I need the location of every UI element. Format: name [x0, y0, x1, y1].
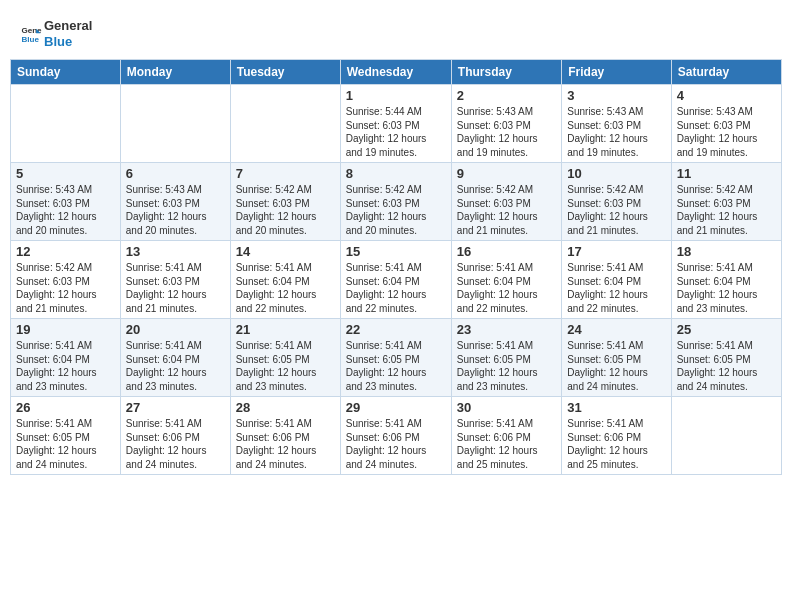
calendar-cell: 26Sunrise: 5:41 AM Sunset: 6:05 PM Dayli…: [11, 397, 121, 475]
calendar-cell: 10Sunrise: 5:42 AM Sunset: 6:03 PM Dayli…: [562, 163, 671, 241]
day-number: 25: [677, 322, 776, 337]
day-number: 31: [567, 400, 665, 415]
day-number: 14: [236, 244, 335, 259]
day-info: Sunrise: 5:41 AM Sunset: 6:05 PM Dayligh…: [567, 339, 665, 393]
day-number: 8: [346, 166, 446, 181]
day-info: Sunrise: 5:41 AM Sunset: 6:04 PM Dayligh…: [236, 261, 335, 315]
calendar-cell: 19Sunrise: 5:41 AM Sunset: 6:04 PM Dayli…: [11, 319, 121, 397]
day-number: 11: [677, 166, 776, 181]
day-info: Sunrise: 5:41 AM Sunset: 6:06 PM Dayligh…: [236, 417, 335, 471]
day-info: Sunrise: 5:41 AM Sunset: 6:04 PM Dayligh…: [457, 261, 556, 315]
day-info: Sunrise: 5:41 AM Sunset: 6:05 PM Dayligh…: [677, 339, 776, 393]
logo: General Blue GeneralBlue: [20, 18, 92, 49]
calendar-cell: 17Sunrise: 5:41 AM Sunset: 6:04 PM Dayli…: [562, 241, 671, 319]
calendar-cell: 1Sunrise: 5:44 AM Sunset: 6:03 PM Daylig…: [340, 85, 451, 163]
day-info: Sunrise: 5:42 AM Sunset: 6:03 PM Dayligh…: [567, 183, 665, 237]
day-number: 2: [457, 88, 556, 103]
day-info: Sunrise: 5:41 AM Sunset: 6:04 PM Dayligh…: [677, 261, 776, 315]
day-info: Sunrise: 5:43 AM Sunset: 6:03 PM Dayligh…: [126, 183, 225, 237]
calendar-cell: 8Sunrise: 5:42 AM Sunset: 6:03 PM Daylig…: [340, 163, 451, 241]
weekday-header-cell: Thursday: [451, 60, 561, 85]
day-number: 22: [346, 322, 446, 337]
calendar-cell: 16Sunrise: 5:41 AM Sunset: 6:04 PM Dayli…: [451, 241, 561, 319]
calendar-cell: 4Sunrise: 5:43 AM Sunset: 6:03 PM Daylig…: [671, 85, 781, 163]
day-info: Sunrise: 5:42 AM Sunset: 6:03 PM Dayligh…: [346, 183, 446, 237]
logo-text: GeneralBlue: [44, 18, 92, 49]
day-info: Sunrise: 5:43 AM Sunset: 6:03 PM Dayligh…: [457, 105, 556, 159]
day-info: Sunrise: 5:44 AM Sunset: 6:03 PM Dayligh…: [346, 105, 446, 159]
calendar-cell: 13Sunrise: 5:41 AM Sunset: 6:03 PM Dayli…: [120, 241, 230, 319]
calendar-cell: 5Sunrise: 5:43 AM Sunset: 6:03 PM Daylig…: [11, 163, 121, 241]
day-number: 15: [346, 244, 446, 259]
calendar-cell: 20Sunrise: 5:41 AM Sunset: 6:04 PM Dayli…: [120, 319, 230, 397]
weekday-header-row: SundayMondayTuesdayWednesdayThursdayFrid…: [11, 60, 782, 85]
calendar-cell: 7Sunrise: 5:42 AM Sunset: 6:03 PM Daylig…: [230, 163, 340, 241]
day-number: 3: [567, 88, 665, 103]
weekday-header-cell: Monday: [120, 60, 230, 85]
day-info: Sunrise: 5:42 AM Sunset: 6:03 PM Dayligh…: [457, 183, 556, 237]
day-number: 23: [457, 322, 556, 337]
day-info: Sunrise: 5:43 AM Sunset: 6:03 PM Dayligh…: [16, 183, 115, 237]
calendar-cell: 27Sunrise: 5:41 AM Sunset: 6:06 PM Dayli…: [120, 397, 230, 475]
weekday-header-cell: Friday: [562, 60, 671, 85]
calendar-body: 1Sunrise: 5:44 AM Sunset: 6:03 PM Daylig…: [11, 85, 782, 475]
day-info: Sunrise: 5:43 AM Sunset: 6:03 PM Dayligh…: [677, 105, 776, 159]
calendar-week-row: 12Sunrise: 5:42 AM Sunset: 6:03 PM Dayli…: [11, 241, 782, 319]
day-number: 30: [457, 400, 556, 415]
day-info: Sunrise: 5:41 AM Sunset: 6:04 PM Dayligh…: [567, 261, 665, 315]
day-info: Sunrise: 5:41 AM Sunset: 6:06 PM Dayligh…: [126, 417, 225, 471]
day-number: 7: [236, 166, 335, 181]
day-number: 12: [16, 244, 115, 259]
day-number: 17: [567, 244, 665, 259]
day-info: Sunrise: 5:41 AM Sunset: 6:05 PM Dayligh…: [457, 339, 556, 393]
day-info: Sunrise: 5:42 AM Sunset: 6:03 PM Dayligh…: [236, 183, 335, 237]
day-info: Sunrise: 5:43 AM Sunset: 6:03 PM Dayligh…: [567, 105, 665, 159]
calendar-cell: 3Sunrise: 5:43 AM Sunset: 6:03 PM Daylig…: [562, 85, 671, 163]
calendar-cell: [11, 85, 121, 163]
day-number: 20: [126, 322, 225, 337]
day-number: 1: [346, 88, 446, 103]
weekday-header-cell: Sunday: [11, 60, 121, 85]
calendar-cell: [120, 85, 230, 163]
day-number: 26: [16, 400, 115, 415]
calendar-cell: [671, 397, 781, 475]
calendar-cell: 2Sunrise: 5:43 AM Sunset: 6:03 PM Daylig…: [451, 85, 561, 163]
day-number: 27: [126, 400, 225, 415]
day-number: 16: [457, 244, 556, 259]
day-number: 13: [126, 244, 225, 259]
day-number: 6: [126, 166, 225, 181]
calendar-cell: 12Sunrise: 5:42 AM Sunset: 6:03 PM Dayli…: [11, 241, 121, 319]
calendar-cell: 31Sunrise: 5:41 AM Sunset: 6:06 PM Dayli…: [562, 397, 671, 475]
day-info: Sunrise: 5:42 AM Sunset: 6:03 PM Dayligh…: [677, 183, 776, 237]
day-info: Sunrise: 5:41 AM Sunset: 6:05 PM Dayligh…: [236, 339, 335, 393]
svg-text:Blue: Blue: [21, 35, 39, 44]
day-info: Sunrise: 5:41 AM Sunset: 6:05 PM Dayligh…: [16, 417, 115, 471]
calendar-cell: 22Sunrise: 5:41 AM Sunset: 6:05 PM Dayli…: [340, 319, 451, 397]
weekday-header-cell: Saturday: [671, 60, 781, 85]
page-header: General Blue GeneralBlue: [10, 10, 782, 53]
day-info: Sunrise: 5:41 AM Sunset: 6:06 PM Dayligh…: [346, 417, 446, 471]
day-info: Sunrise: 5:41 AM Sunset: 6:04 PM Dayligh…: [346, 261, 446, 315]
calendar-cell: 28Sunrise: 5:41 AM Sunset: 6:06 PM Dayli…: [230, 397, 340, 475]
day-info: Sunrise: 5:42 AM Sunset: 6:03 PM Dayligh…: [16, 261, 115, 315]
logo-icon: General Blue: [20, 23, 42, 45]
day-number: 10: [567, 166, 665, 181]
calendar-cell: 9Sunrise: 5:42 AM Sunset: 6:03 PM Daylig…: [451, 163, 561, 241]
calendar-cell: 29Sunrise: 5:41 AM Sunset: 6:06 PM Dayli…: [340, 397, 451, 475]
calendar-cell: 14Sunrise: 5:41 AM Sunset: 6:04 PM Dayli…: [230, 241, 340, 319]
weekday-header-cell: Wednesday: [340, 60, 451, 85]
calendar-cell: 11Sunrise: 5:42 AM Sunset: 6:03 PM Dayli…: [671, 163, 781, 241]
calendar-cell: 25Sunrise: 5:41 AM Sunset: 6:05 PM Dayli…: [671, 319, 781, 397]
calendar-cell: 23Sunrise: 5:41 AM Sunset: 6:05 PM Dayli…: [451, 319, 561, 397]
calendar-table: SundayMondayTuesdayWednesdayThursdayFrid…: [10, 59, 782, 475]
calendar-cell: 24Sunrise: 5:41 AM Sunset: 6:05 PM Dayli…: [562, 319, 671, 397]
day-number: 5: [16, 166, 115, 181]
calendar-week-row: 19Sunrise: 5:41 AM Sunset: 6:04 PM Dayli…: [11, 319, 782, 397]
day-number: 4: [677, 88, 776, 103]
day-info: Sunrise: 5:41 AM Sunset: 6:06 PM Dayligh…: [457, 417, 556, 471]
day-number: 24: [567, 322, 665, 337]
day-number: 19: [16, 322, 115, 337]
calendar-week-row: 5Sunrise: 5:43 AM Sunset: 6:03 PM Daylig…: [11, 163, 782, 241]
day-info: Sunrise: 5:41 AM Sunset: 6:04 PM Dayligh…: [126, 339, 225, 393]
day-number: 29: [346, 400, 446, 415]
